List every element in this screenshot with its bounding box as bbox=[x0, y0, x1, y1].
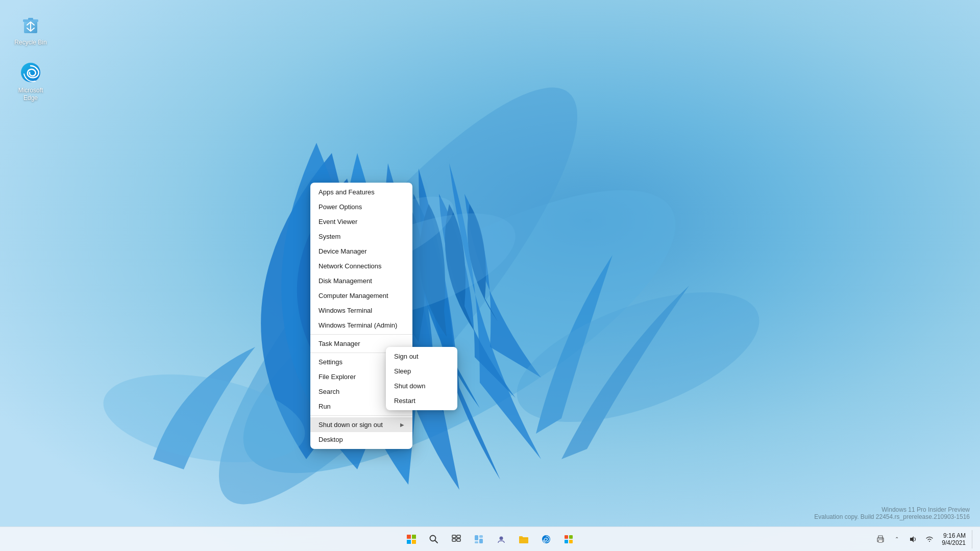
menu-item-shut-down-sign-out[interactable]: Shut down or sign out ▶ bbox=[310, 417, 412, 432]
svg-rect-14 bbox=[407, 540, 411, 544]
task-view-button[interactable] bbox=[446, 529, 467, 549]
svg-rect-30 bbox=[565, 540, 568, 543]
menu-item-event-viewer[interactable]: Event Viewer bbox=[310, 214, 412, 229]
desktop-icons: Recycle Bin bbox=[10, 10, 51, 104]
recycle-bin-image bbox=[18, 12, 43, 37]
edge-taskbar-button[interactable] bbox=[536, 529, 556, 549]
menu-item-network-connections[interactable]: Network Connections bbox=[310, 259, 412, 273]
clock[interactable]: 9:16 AM 9/4/2021 bbox=[940, 531, 968, 547]
svg-rect-20 bbox=[452, 539, 456, 541]
desktop: Recycle Bin bbox=[0, 0, 980, 551]
store-taskbar-button[interactable] bbox=[558, 529, 579, 549]
svg-rect-29 bbox=[569, 535, 573, 539]
recycle-bin-icon[interactable]: Recycle Bin bbox=[10, 10, 51, 48]
svg-rect-21 bbox=[457, 539, 460, 541]
taskbar-center-icons bbox=[401, 529, 579, 549]
submenu-item-sleep[interactable]: Sleep bbox=[386, 364, 457, 379]
svg-rect-25 bbox=[479, 539, 483, 543]
wallpaper bbox=[0, 0, 980, 551]
chevron-tray-icon[interactable]: ⌃ bbox=[891, 533, 903, 545]
svg-rect-31 bbox=[569, 540, 573, 543]
menu-item-windows-terminal-admin[interactable]: Windows Terminal (Admin) bbox=[310, 318, 412, 333]
submenu-item-shut-down[interactable]: Shut down bbox=[386, 379, 457, 393]
edge-icon-desktop[interactable]: Microsoft Edge bbox=[10, 58, 51, 104]
svg-line-17 bbox=[435, 540, 437, 543]
svg-rect-19 bbox=[457, 535, 460, 538]
search-taskbar-button[interactable] bbox=[424, 529, 444, 549]
recycle-bin-label: Recycle Bin bbox=[14, 39, 46, 46]
svg-rect-9 bbox=[28, 18, 33, 20]
edge-label: Microsoft Edge bbox=[12, 87, 49, 102]
menu-item-apps-features[interactable]: Apps and Features bbox=[310, 185, 412, 199]
svg-rect-13 bbox=[412, 535, 416, 539]
submenu-arrow-icon: ▶ bbox=[400, 422, 404, 428]
menu-item-system[interactable]: System bbox=[310, 229, 412, 244]
chat-button[interactable] bbox=[491, 529, 511, 549]
submenu-shut-down-sign-out: Sign out Sleep Shut down Restart bbox=[386, 347, 457, 410]
volume-tray-icon[interactable] bbox=[907, 533, 919, 545]
start-button[interactable] bbox=[401, 529, 422, 549]
svg-rect-28 bbox=[565, 535, 568, 539]
svg-rect-24 bbox=[475, 541, 478, 543]
svg-point-26 bbox=[500, 536, 503, 540]
widgets-button[interactable] bbox=[469, 529, 489, 549]
show-desktop-button[interactable] bbox=[972, 530, 974, 548]
svg-marker-36 bbox=[910, 536, 914, 542]
svg-rect-12 bbox=[407, 535, 411, 539]
submenu-item-sign-out[interactable]: Sign out bbox=[386, 349, 457, 364]
menu-item-disk-management[interactable]: Disk Management bbox=[310, 273, 412, 288]
svg-point-35 bbox=[882, 538, 883, 539]
edge-image bbox=[18, 60, 43, 85]
network-tray-icon[interactable] bbox=[923, 533, 936, 545]
menu-item-power-options[interactable]: Power Options bbox=[310, 199, 412, 214]
menu-item-device-manager[interactable]: Device Manager bbox=[310, 244, 412, 259]
system-tray: ⌃ 9:16 AM 9/4/2021 bbox=[874, 530, 974, 548]
context-menu-divider-1 bbox=[310, 334, 412, 335]
svg-rect-23 bbox=[479, 535, 483, 538]
taskbar: ⌃ 9:16 AM 9/4/2021 bbox=[0, 527, 980, 551]
svg-rect-34 bbox=[878, 540, 883, 542]
menu-item-windows-terminal[interactable]: Windows Terminal bbox=[310, 303, 412, 318]
svg-rect-18 bbox=[452, 535, 456, 538]
context-menu-divider-3 bbox=[310, 415, 412, 416]
menu-item-desktop[interactable]: Desktop bbox=[310, 432, 412, 447]
file-explorer-taskbar-button[interactable] bbox=[513, 529, 534, 549]
printer-tray-icon[interactable] bbox=[874, 533, 887, 545]
svg-rect-15 bbox=[412, 540, 416, 544]
submenu-item-restart[interactable]: Restart bbox=[386, 393, 457, 408]
svg-rect-22 bbox=[475, 535, 478, 540]
menu-item-computer-management[interactable]: Computer Management bbox=[310, 288, 412, 303]
